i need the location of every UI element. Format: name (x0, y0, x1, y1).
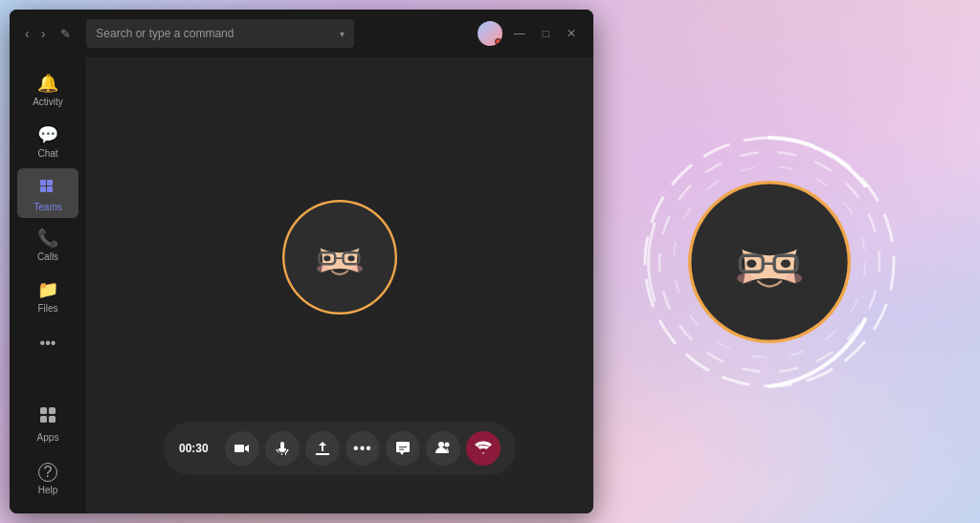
title-bar: ‹ › ✎ Search or type a command ▾ — □ ✕ (10, 10, 593, 57)
svg-rect-4 (40, 407, 47, 414)
sidebar-item-help[interactable]: ? Help (17, 454, 78, 504)
svg-rect-1 (47, 180, 53, 185)
activity-icon: 🔔 (37, 73, 58, 94)
svg-point-13 (315, 269, 366, 292)
search-bar[interactable]: Search or type a command ▾ (86, 19, 354, 48)
avatar-status-dot (495, 38, 501, 45)
svg-point-17 (323, 255, 330, 261)
svg-point-31 (734, 278, 806, 311)
sidebar-item-apps[interactable]: Apps (17, 399, 78, 448)
call-avatar-small (282, 200, 397, 315)
svg-rect-6 (40, 416, 47, 423)
minimize-button[interactable]: — (508, 25, 531, 42)
sidebar-label-chat: Chat (37, 148, 57, 159)
svg-point-21 (438, 442, 444, 447)
title-bar-right: — □ ✕ (478, 21, 582, 46)
svg-point-18 (347, 255, 354, 261)
calls-icon: 📞 (37, 228, 58, 249)
apps-icon (38, 405, 57, 429)
svg-point-37 (737, 272, 753, 282)
svg-rect-3 (47, 186, 53, 192)
help-icon: ? (38, 463, 57, 482)
svg-point-19 (317, 265, 328, 272)
search-placeholder: Search or type a command (96, 27, 340, 40)
teams-window: ‹ › ✎ Search or type a command ▾ — □ ✕ 🔔… (10, 10, 593, 513)
video-button[interactable] (225, 431, 259, 466)
sidebar-label-activity: Activity (33, 97, 63, 107)
files-icon: 📁 (37, 279, 58, 300)
end-call-button[interactable] (466, 431, 501, 466)
sidebar-more-button[interactable]: ••• (33, 327, 64, 360)
content-area: 00:30 ••• (86, 57, 593, 513)
sidebar-label-calls: Calls (37, 251, 58, 262)
sidebar-label-files: Files (37, 303, 57, 314)
svg-rect-2 (40, 186, 46, 192)
svg-rect-7 (49, 416, 56, 423)
svg-point-38 (786, 272, 802, 282)
call-controls: 00:30 ••• (164, 422, 516, 475)
sidebar-item-teams[interactable]: Teams (17, 168, 78, 218)
main-layout: 🔔 Activity 💬 Chat Teams (10, 57, 593, 513)
large-avatar (688, 181, 851, 343)
sidebar-item-calls[interactable]: 📞 Calls (17, 220, 78, 270)
sidebar-label-help: Help (38, 485, 58, 495)
share-button[interactable] (305, 431, 340, 466)
sidebar-item-files[interactable]: 📁 Files (17, 272, 78, 321)
chat-button[interactable] (386, 431, 420, 466)
sidebar-label-teams: Teams (33, 202, 61, 212)
back-button[interactable]: ‹ (21, 24, 33, 43)
sidebar-item-chat[interactable]: 💬 Chat (17, 117, 78, 166)
sidebar-label-apps: Apps (37, 432, 59, 443)
nav-arrows: ‹ › (21, 24, 49, 43)
svg-rect-0 (40, 180, 46, 185)
user-avatar[interactable] (478, 21, 502, 46)
chat-icon: 💬 (37, 124, 58, 145)
svg-rect-5 (49, 407, 56, 414)
teams-icon (38, 175, 57, 199)
people-button[interactable] (426, 431, 460, 466)
svg-point-22 (445, 443, 450, 447)
more-button[interactable]: ••• (345, 431, 380, 466)
close-button[interactable]: ✕ (561, 25, 582, 42)
svg-point-36 (781, 259, 791, 268)
edit-icon[interactable]: ✎ (60, 27, 71, 41)
call-timer: 00:30 (179, 442, 213, 455)
chevron-down-icon: ▾ (340, 29, 345, 39)
large-avatar-container (635, 128, 903, 396)
svg-point-35 (746, 259, 756, 268)
sidebar-bottom: Apps ? Help (17, 399, 78, 506)
maximize-button[interactable]: □ (537, 25, 555, 42)
mute-button[interactable] (265, 431, 300, 466)
svg-point-20 (351, 265, 363, 272)
sidebar: 🔔 Activity 💬 Chat Teams (10, 57, 86, 513)
sidebar-item-activity[interactable]: 🔔 Activity (17, 65, 78, 115)
forward-button[interactable]: › (37, 24, 50, 43)
